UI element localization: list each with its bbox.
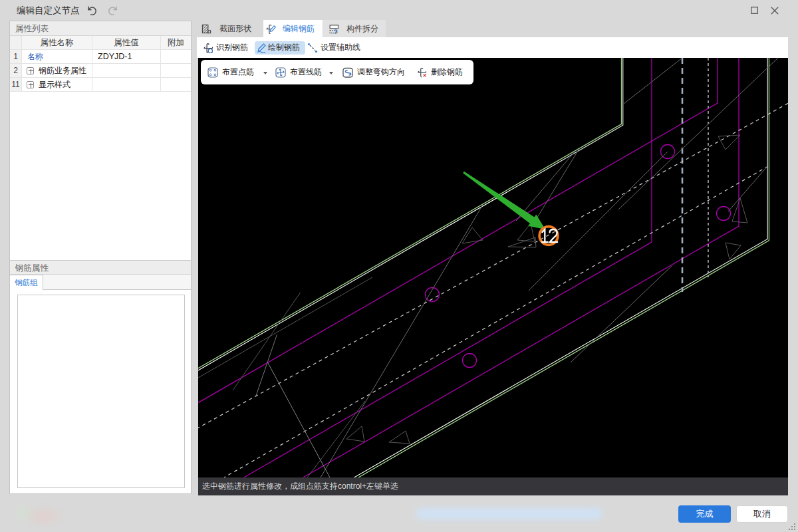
tab-section-shape[interactable]: 截面形状	[197, 20, 263, 37]
cad-element	[233, 293, 301, 390]
table-row[interactable]: 1 名称 ZDYJD-1	[10, 50, 191, 64]
table-row[interactable]: 2 钢筋业务属性	[10, 64, 191, 78]
grip-dot	[791, 526, 793, 527]
cad-element	[198, 58, 718, 403]
cad-element	[358, 58, 769, 477]
property-list-header: 属性列表	[10, 21, 191, 36]
prop-name-label: 钢筋业务属性	[39, 65, 86, 76]
cad-element	[529, 152, 668, 291]
cad-element	[717, 207, 731, 221]
grip-dot	[794, 526, 795, 527]
rebar-properties-section: 钢筋属性 钢筋组	[10, 260, 191, 290]
identify-rebar-icon	[203, 43, 213, 53]
chevron-down-icon[interactable]	[329, 72, 333, 74]
tab-component-split[interactable]: 构件拆分	[323, 20, 386, 37]
cad-element	[198, 58, 623, 370]
grip-dot	[791, 529, 793, 530]
ribbon-toolbar: 识别钢筋 绘制钢筋 设置辅助线	[197, 37, 788, 58]
cad-element	[346, 426, 364, 442]
grip-dot	[794, 523, 795, 525]
draw-rebar-icon	[256, 43, 267, 53]
row-number-header	[10, 36, 22, 49]
cad-element	[244, 58, 652, 477]
auxiliary-line-icon	[307, 43, 318, 53]
property-table-header: 属性名称 属性值 附加	[10, 36, 191, 50]
cad-element	[532, 150, 579, 226]
component-split-icon	[329, 24, 339, 34]
rebar-group-list[interactable]	[17, 295, 185, 488]
line-rebar-icon	[275, 67, 286, 78]
place-line-rebar-button[interactable]: 布置线筋	[275, 60, 322, 84]
cad-element	[224, 166, 768, 477]
redo-icon[interactable]	[107, 5, 118, 16]
cad-element	[462, 227, 483, 243]
delete-rebar-button[interactable]: 删除钢筋	[417, 60, 463, 84]
edit-rebar-icon	[266, 24, 276, 34]
prop-name: 名称	[22, 50, 92, 63]
cad-element	[389, 431, 410, 444]
canvas-toolbar: 布置点筋 布置线筋 调整弯钩方向 删除钢筋	[201, 60, 473, 84]
cad-element	[726, 243, 741, 259]
chevron-down-icon[interactable]	[263, 72, 267, 74]
cad-element	[718, 135, 740, 150]
adjust-hook-direction-button[interactable]: 调整弯钩方向	[342, 60, 405, 84]
left-panel: 属性列表 属性名称 属性值 附加 1 名称 ZDYJD-1 2 钢筋业务属性 1…	[9, 21, 192, 494]
close-button[interactable]	[771, 7, 779, 15]
expand-icon[interactable]	[27, 81, 34, 88]
table-row[interactable]: 11 显示样式	[10, 78, 191, 92]
delete-rebar-icon	[417, 67, 428, 78]
expand-icon[interactable]	[27, 67, 34, 74]
tab-edit-rebar[interactable]: 编辑钢筋	[263, 20, 323, 37]
drawing-canvas[interactable]: 布置点筋 布置线筋 调整弯钩方向 删除钢筋	[198, 58, 788, 477]
prop-value[interactable]	[92, 64, 161, 77]
rebar-properties-header: 钢筋属性	[10, 260, 191, 275]
resize-grip[interactable]	[788, 523, 797, 531]
cancel-button[interactable]: 取消	[736, 505, 788, 523]
section-shape-icon	[201, 24, 211, 34]
cad-element	[354, 58, 768, 477]
cad-element	[198, 277, 372, 378]
window-title: 编辑自定义节点	[17, 5, 80, 17]
tab-rebar-group[interactable]: 钢筋组	[10, 275, 43, 290]
status-bar: 选中钢筋进行属性修改，成组点筋支持control+左键单选	[198, 477, 788, 495]
grip-dot	[794, 529, 795, 530]
cad-element	[542, 229, 557, 242]
cad-element	[728, 166, 767, 211]
prop-name-label: 显示样式	[39, 79, 70, 90]
ribbon-draw-rebar[interactable]: 绘制钢筋	[256, 37, 303, 58]
cad-element	[624, 58, 682, 104]
ribbon-set-auxiliary-line[interactable]: 设置辅助线	[307, 37, 360, 58]
cad-element	[198, 103, 788, 428]
property-table: 属性名称 属性值 附加 1 名称 ZDYJD-1 2 钢筋业务属性 11 显示样…	[10, 36, 191, 92]
cad-drawing	[198, 58, 788, 477]
prop-name: 钢筋业务属性	[22, 64, 92, 77]
maximize-button[interactable]	[751, 7, 758, 14]
cad-element	[516, 151, 575, 221]
cad-element	[508, 237, 536, 247]
cad-element	[732, 198, 747, 223]
point-rebar-icon	[207, 67, 218, 78]
cad-element	[303, 58, 739, 477]
finish-button[interactable]: 完成	[678, 505, 731, 523]
cad-element	[321, 205, 483, 477]
main-tabstrip: 截面形状 编辑钢筋 构件拆分	[197, 20, 788, 37]
prop-name: 显示样式	[22, 78, 92, 91]
adjust-hook-icon	[342, 67, 353, 78]
taskbar-smudge	[28, 511, 59, 521]
undo-icon[interactable]	[86, 5, 98, 16]
prop-value[interactable]: ZDYJD-1	[92, 50, 161, 63]
rebar-tabs: 钢筋组	[10, 275, 191, 290]
place-point-rebar-button[interactable]: 布置点筋	[207, 60, 254, 84]
cad-element	[463, 354, 477, 368]
title-bar: 编辑自定义节点	[0, 0, 798, 20]
cad-element	[618, 58, 778, 209]
ribbon-identify-rebar[interactable]: 识别钢筋	[203, 37, 248, 58]
cad-element	[307, 401, 365, 477]
grip-dot	[789, 529, 790, 530]
prop-value[interactable]	[92, 78, 161, 91]
watermark-blur-bar	[416, 508, 602, 519]
cad-element	[198, 58, 622, 368]
